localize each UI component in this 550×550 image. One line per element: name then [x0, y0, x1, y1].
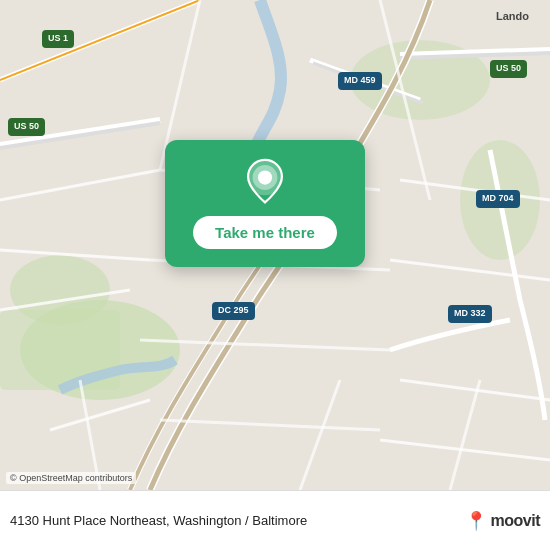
- road-label-lando: Lando: [492, 8, 533, 24]
- bottom-bar: 4130 Hunt Place Northeast, Washington / …: [0, 490, 550, 550]
- road-label-dc295-bot: DC 295: [212, 302, 255, 320]
- road-label-md459: MD 459: [338, 72, 382, 90]
- take-me-there-button[interactable]: Take me there: [193, 216, 337, 249]
- map-attribution: © OpenStreetMap contributors: [6, 472, 136, 484]
- road-label-us50-left: US 50: [8, 118, 45, 136]
- moovit-logo: 📍 moovit: [465, 512, 540, 530]
- location-pin-icon: [241, 158, 289, 206]
- address-label: 4130 Hunt Place Northeast, Washington / …: [10, 513, 457, 528]
- location-card: Take me there: [165, 140, 365, 267]
- road-label-md704: MD 704: [476, 190, 520, 208]
- svg-point-33: [258, 170, 272, 184]
- map-container: US 1 US 50 US 50 MD 459 MD 704 MD 332 DC…: [0, 0, 550, 490]
- moovit-pin-icon: 📍: [465, 512, 487, 530]
- moovit-brand-text: moovit: [491, 512, 540, 530]
- road-label-us1: US 1: [42, 30, 74, 48]
- road-label-us50-right: US 50: [490, 60, 527, 78]
- road-label-md332: MD 332: [448, 305, 492, 323]
